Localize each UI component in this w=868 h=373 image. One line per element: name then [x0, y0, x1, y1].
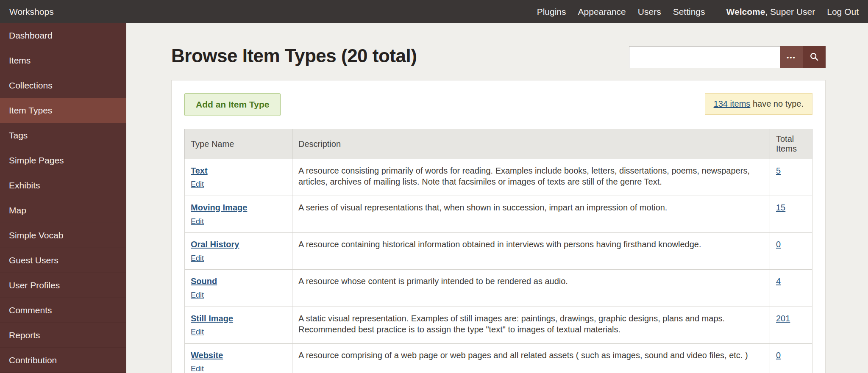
type-name-link[interactable]: Still Image	[191, 313, 233, 324]
sidebar-item-simple-pages[interactable]: Simple Pages	[0, 148, 126, 173]
sidebar-item-collections[interactable]: Collections	[0, 73, 126, 98]
total-items-cell: 0	[770, 233, 812, 270]
no-type-notice: 134 items have no type.	[705, 93, 812, 115]
advanced-search-button[interactable]: •••	[780, 46, 803, 68]
edit-link[interactable]: Edit	[191, 290, 204, 301]
no-type-notice-text: have no type.	[750, 99, 804, 108]
table-row: Oral History Edit A resource containing …	[185, 233, 812, 270]
nav-plugins[interactable]: Plugins	[537, 7, 566, 17]
description-cell: A series of visual representations that,…	[292, 196, 770, 233]
table-row: Moving Image Edit A series of visual rep…	[185, 196, 812, 233]
sidebar-item-guest-users[interactable]: Guest Users	[0, 248, 126, 273]
table-header-row: Type Name Description Total Items	[185, 129, 812, 159]
add-item-type-button[interactable]: Add an Item Type	[184, 93, 281, 116]
table-row: Sound Edit A resource whose content is p…	[185, 270, 812, 307]
sidebar-item-exhibits[interactable]: Exhibits	[0, 173, 126, 198]
header-total-items: Total Items	[770, 129, 812, 159]
total-items-link[interactable]: 5	[776, 166, 781, 175]
total-items-link[interactable]: 0	[776, 351, 781, 360]
type-name-link[interactable]: Moving Image	[191, 202, 247, 213]
nav-appearance[interactable]: Appearance	[578, 7, 626, 17]
edit-link[interactable]: Edit	[191, 180, 204, 190]
search-bar: •••	[629, 46, 826, 68]
total-items-cell: 0	[770, 343, 812, 373]
total-items-cell: 15	[770, 196, 812, 233]
edit-link[interactable]: Edit	[191, 254, 204, 264]
search-button[interactable]	[803, 46, 826, 68]
admin-topbar: Workshops Plugins Appearance Users Setti…	[0, 0, 868, 23]
table-row: Text Edit A resource consisting primaril…	[185, 159, 812, 196]
type-name-link[interactable]: Text	[191, 165, 208, 176]
logout-link[interactable]: Log Out	[827, 7, 859, 17]
sidebar-item-comments[interactable]: Comments	[0, 298, 126, 323]
description-cell: A static visual representation. Examples…	[292, 307, 770, 343]
edit-link[interactable]: Edit	[191, 327, 204, 337]
nav-settings[interactable]: Settings	[673, 7, 705, 17]
type-name-cell: Website Edit	[185, 343, 292, 373]
search-icon	[810, 52, 819, 63]
type-name-cell: Moving Image Edit	[185, 196, 292, 233]
main-content: Browse Item Types (20 total) ••• Add an …	[126, 23, 868, 373]
items-no-type-link[interactable]: 134 items	[714, 99, 751, 108]
description-cell: A resource whose content is primarily in…	[292, 270, 770, 307]
sidebar-item-map[interactable]: Map	[0, 198, 126, 223]
table-row: Still Image Edit A static visual represe…	[185, 307, 812, 343]
sidebar-item-reports[interactable]: Reports	[0, 323, 126, 348]
type-name-cell: Sound Edit	[185, 270, 292, 307]
table-row: Website Edit A resource comprising of a …	[185, 343, 812, 373]
type-name-link[interactable]: Website	[191, 350, 223, 361]
total-items-link[interactable]: 4	[776, 276, 781, 286]
sidebar-item-user-profiles[interactable]: User Profiles	[0, 273, 126, 298]
nav-users[interactable]: Users	[638, 7, 661, 17]
site-title-link[interactable]: Workshops	[9, 7, 54, 17]
type-name-cell: Text Edit	[185, 159, 292, 196]
type-name-cell: Oral History Edit	[185, 233, 292, 270]
total-items-link[interactable]: 201	[776, 314, 790, 323]
description-cell: A resource containing historical informa…	[292, 233, 770, 270]
welcome-user: , Super User	[765, 7, 815, 17]
sidebar-item-dashboard[interactable]: Dashboard	[0, 23, 126, 48]
total-items-cell: 201	[770, 307, 812, 343]
welcome-text: Welcome, Super User	[726, 7, 815, 17]
sidebar-item-simple-vocab[interactable]: Simple Vocab	[0, 223, 126, 248]
type-name-link[interactable]: Sound	[191, 276, 217, 287]
description-cell: A resource comprising of a web page or w…	[292, 343, 770, 373]
edit-link[interactable]: Edit	[191, 217, 204, 227]
sidebar-item-tags[interactable]: Tags	[0, 123, 126, 148]
type-name-link[interactable]: Oral History	[191, 239, 239, 250]
topbar-nav: Plugins Appearance Users Settings Welcom…	[537, 7, 859, 17]
total-items-link[interactable]: 0	[776, 240, 781, 249]
header-description: Description	[292, 129, 770, 159]
search-input[interactable]	[629, 46, 780, 68]
item-types-table: Type Name Description Total Items Text E…	[184, 129, 812, 373]
description-cell: A resource consisting primarily of words…	[292, 159, 770, 196]
page-title: Browse Item Types (20 total)	[171, 45, 417, 66]
sidebar-item-item-types[interactable]: Item Types	[0, 98, 126, 123]
edit-link[interactable]: Edit	[191, 364, 204, 373]
total-items-link[interactable]: 15	[776, 203, 785, 212]
total-items-cell: 5	[770, 159, 812, 196]
sidebar-item-items[interactable]: Items	[0, 48, 126, 73]
header-type-name: Type Name	[185, 129, 292, 159]
item-types-panel: Add an Item Type 134 items have no type.…	[171, 80, 826, 373]
type-name-cell: Still Image Edit	[185, 307, 292, 343]
admin-sidebar: Dashboard Items Collections Item Types T…	[0, 23, 126, 373]
welcome-bold: Welcome	[726, 7, 765, 17]
sidebar-item-contribution[interactable]: Contribution	[0, 348, 126, 373]
total-items-cell: 4	[770, 270, 812, 307]
